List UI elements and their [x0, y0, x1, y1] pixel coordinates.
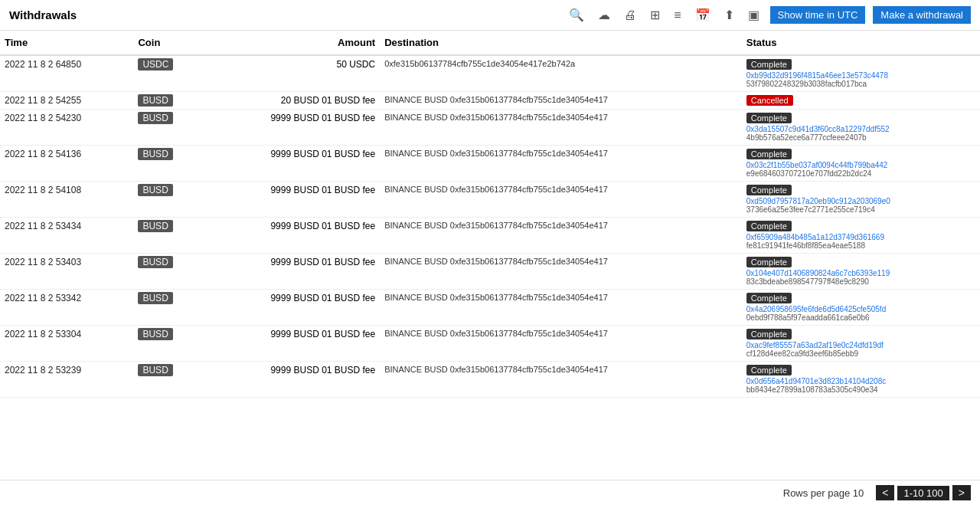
col-destination-header: Destination — [380, 31, 742, 55]
pagination: < 1-10 100 > — [876, 485, 971, 500]
rows-per-page-label: Rows per page 10 — [783, 487, 864, 499]
page-title: Withdrawals — [9, 8, 77, 21]
table-body: 2022 11 8 2 64850USDC50 USDC0xfe315b0613… — [0, 55, 980, 398]
table-row: 2022 11 8 2 54136BUSD9999 BUSD 01 BUSD f… — [0, 146, 980, 182]
cell-time: 2022 11 8 2 54255 — [0, 92, 133, 110]
cell-destination: BINANCE BUSD 0xfe315b06137784cfb755c1de3… — [380, 290, 742, 326]
filter-icon-btn[interactable]: ≡ — [671, 7, 684, 24]
cell-time: 2022 11 8 2 53403 — [0, 254, 133, 290]
col-amount-header: Amount — [203, 31, 380, 55]
cell-destination: BINANCE BUSD 0xfe315b06137784cfb755c1de3… — [380, 110, 742, 146]
cell-coin: BUSD — [133, 218, 202, 254]
cell-status: Complete0x0d656a41d94701e3d823b14104d208… — [742, 362, 980, 398]
cell-coin: BUSD — [133, 92, 202, 110]
cell-status: Complete0xac9fef85557a63ad2af19e0c24dfd1… — [742, 326, 980, 362]
cell-destination: BINANCE BUSD 0xfe315b06137784cfb755c1de3… — [380, 218, 742, 254]
print-icon-btn[interactable]: 🖨 — [621, 7, 639, 24]
cell-status: Complete0xb99d32d9196f4815a46ee13e573c44… — [742, 55, 980, 92]
cell-status: Complete0x03c2f1b55be037af0094c44fb799ba… — [742, 146, 980, 182]
table-header-row: Time Coin Amount Destination Status — [0, 31, 980, 55]
cell-amount: 9999 BUSD 01 BUSD fee — [203, 362, 380, 398]
cell-destination: BINANCE BUSD 0xfe315b06137784cfb755c1de3… — [380, 254, 742, 290]
cell-time: 2022 11 8 2 53342 — [0, 290, 133, 326]
cell-time: 2022 11 8 2 64850 — [0, 55, 133, 92]
table-row: 2022 11 8 2 53239BUSD9999 BUSD 01 BUSD f… — [0, 362, 980, 398]
cell-destination: BINANCE BUSD 0xfe315b06137784cfb755c1de3… — [380, 326, 742, 362]
cell-amount: 9999 BUSD 01 BUSD fee — [203, 254, 380, 290]
table-row: 2022 11 8 2 53403BUSD9999 BUSD 01 BUSD f… — [0, 254, 980, 290]
prev-page-button[interactable]: < — [876, 485, 894, 500]
cell-amount: 9999 BUSD 01 BUSD fee — [203, 182, 380, 218]
window-icon-btn[interactable]: ▣ — [745, 6, 763, 24]
cell-amount: 9999 BUSD 01 BUSD fee — [203, 326, 380, 362]
calendar-icon-btn[interactable]: 📅 — [692, 6, 714, 24]
show-time-utc-button[interactable]: Show time in UTC — [770, 6, 866, 24]
footer: Rows per page 10 < 1-10 100 > — [0, 480, 980, 505]
cell-status: Complete0xf65909a484b485a1a12d3749d36166… — [742, 218, 980, 254]
cell-amount: 20 BUSD 01 BUSD fee — [203, 92, 380, 110]
table-row: 2022 11 8 2 53342BUSD9999 BUSD 01 BUSD f… — [0, 290, 980, 326]
cell-time: 2022 11 8 2 53239 — [0, 362, 133, 398]
col-time-header: Time — [0, 31, 133, 55]
cell-coin: BUSD — [133, 254, 202, 290]
page-info: 1-10 100 — [897, 486, 949, 500]
cell-coin: BUSD — [133, 182, 202, 218]
make-withdrawal-button[interactable]: Make a withdrawal — [873, 6, 971, 24]
cell-coin: BUSD — [133, 362, 202, 398]
cell-amount: 9999 BUSD 01 BUSD fee — [203, 110, 380, 146]
cell-status: Complete0xd509d7957817a20eb90c912a203069… — [742, 182, 980, 218]
search-icon-btn[interactable]: 🔍 — [566, 6, 587, 24]
cell-destination: BINANCE BUSD 0xfe315b06137784cfb755c1de3… — [380, 182, 742, 218]
cell-coin: BUSD — [133, 110, 202, 146]
cell-amount: 9999 BUSD 01 BUSD fee — [203, 218, 380, 254]
table-row: 2022 11 8 2 54108BUSD9999 BUSD 01 BUSD f… — [0, 182, 980, 218]
cell-time: 2022 11 8 2 54136 — [0, 146, 133, 182]
col-coin-header: Coin — [133, 31, 202, 55]
cloud-icon-btn[interactable]: ☁ — [595, 6, 613, 24]
cell-destination: BINANCE BUSD 0xfe315b06137784cfb755c1de3… — [380, 92, 742, 110]
cell-amount: 9999 BUSD 01 BUSD fee — [203, 290, 380, 326]
cell-status: Complete0x4a206958695fe6fde6d5d6425cfe50… — [742, 290, 980, 326]
cell-time: 2022 11 8 2 54108 — [0, 182, 133, 218]
cell-coin: BUSD — [133, 326, 202, 362]
cell-status: Complete0x104e407d1406890824a6c7cb6393e1… — [742, 254, 980, 290]
rows-per-page-value: 10 — [853, 487, 864, 499]
header-icons: 🔍 ☁ 🖨 ⊞ ≡ 📅 ⬆ ▣ Show time in UTC Make a … — [566, 6, 971, 24]
cell-time: 2022 11 8 2 53304 — [0, 326, 133, 362]
grid-icon-btn[interactable]: ⊞ — [647, 6, 663, 24]
table-row: 2022 11 8 2 54230BUSD9999 BUSD 01 BUSD f… — [0, 110, 980, 146]
cell-time: 2022 11 8 2 54230 — [0, 110, 133, 146]
col-status-header: Status — [742, 31, 980, 55]
header: Withdrawals 🔍 ☁ 🖨 ⊞ ≡ 📅 ⬆ ▣ Show time in… — [0, 0, 980, 31]
cell-status: Complete0x3da15507c9d41d3f60cc8a12297ddf… — [742, 110, 980, 146]
table-row: 2022 11 8 2 54255BUSD20 BUSD 01 BUSD fee… — [0, 92, 980, 110]
cell-amount: 9999 BUSD 01 BUSD fee — [203, 146, 380, 182]
table-row: 2022 11 8 2 53434BUSD9999 BUSD 01 BUSD f… — [0, 218, 980, 254]
withdrawals-table: Time Coin Amount Destination Status 2022… — [0, 31, 980, 398]
table-row: 2022 11 8 2 64850USDC50 USDC0xfe315b0613… — [0, 55, 980, 92]
table-container: Time Coin Amount Destination Status 2022… — [0, 31, 980, 480]
cell-destination: 0xfe315b06137784cfb755c1de34054e417e2b74… — [380, 55, 742, 92]
cell-time: 2022 11 8 2 53434 — [0, 218, 133, 254]
cell-coin: USDC — [133, 55, 202, 92]
cell-coin: BUSD — [133, 146, 202, 182]
cell-destination: BINANCE BUSD 0xfe315b06137784cfb755c1de3… — [380, 146, 742, 182]
app: Withdrawals 🔍 ☁ 🖨 ⊞ ≡ 📅 ⬆ ▣ Show time in… — [0, 0, 980, 505]
cell-status: Cancelled — [742, 92, 980, 110]
next-page-button[interactable]: > — [952, 485, 971, 500]
share-icon-btn[interactable]: ⬆ — [721, 6, 737, 24]
table-row: 2022 11 8 2 53304BUSD9999 BUSD 01 BUSD f… — [0, 326, 980, 362]
cell-coin: BUSD — [133, 290, 202, 326]
cell-destination: BINANCE BUSD 0xfe315b06137784cfb755c1de3… — [380, 362, 742, 398]
cell-amount: 50 USDC — [203, 55, 380, 92]
